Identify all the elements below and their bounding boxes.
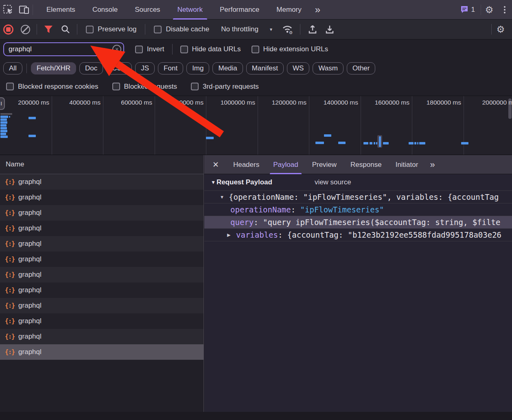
- waterfall-bar: [376, 142, 377, 144]
- payload-key: variables: [236, 230, 278, 239]
- payload-row-operation-name[interactable]: operationName: "ipFlowTimeseries": [204, 203, 512, 216]
- request-row[interactable]: {:}graphql: [0, 329, 203, 344]
- request-row[interactable]: {:}graphql: [0, 313, 203, 329]
- checkbox[interactable]: [191, 83, 199, 90]
- type-filter-img[interactable]: Img: [186, 62, 209, 74]
- checkbox[interactable]: [252, 46, 259, 53]
- divider: [145, 24, 145, 35]
- payload-root-row[interactable]: ▼ {operationName: "ipFlowTimeseries", va…: [204, 191, 512, 203]
- network-settings-gear-icon[interactable]: ⚙: [492, 20, 509, 39]
- tab-performance[interactable]: Performance: [211, 0, 268, 20]
- tab-sources[interactable]: Sources: [126, 0, 168, 20]
- tab-memory[interactable]: Memory: [268, 0, 310, 20]
- clear-network-log-icon[interactable]: [17, 20, 33, 39]
- type-filter-font[interactable]: Font: [158, 62, 183, 74]
- detail-tab-headers[interactable]: Headers: [226, 155, 266, 174]
- blocked-response-cookies-checkbox[interactable]: Blocked response cookies: [1, 83, 104, 91]
- fetch-xhr-icon: {:}: [5, 333, 15, 340]
- tab-network[interactable]: Network: [169, 0, 211, 20]
- type-filter-js[interactable]: JS: [135, 62, 155, 74]
- filter-funnel-icon[interactable]: [40, 20, 57, 39]
- waterfall-bar: [374, 142, 375, 144]
- request-row[interactable]: {:}graphql: [0, 221, 203, 236]
- device-toolbar-icon[interactable]: [16, 0, 33, 20]
- checkbox[interactable]: [6, 83, 14, 90]
- checkbox-label: Blocked response cookies: [18, 83, 98, 91]
- 3rd-party-requests-checkbox[interactable]: 3rd-party requests: [186, 83, 264, 91]
- kebab-menu-icon[interactable]: [497, 6, 512, 13]
- import-har-icon[interactable]: [304, 20, 321, 39]
- request-row[interactable]: {:}graphql: [0, 252, 203, 267]
- request-row[interactable]: {:}graphql: [0, 174, 203, 190]
- hide-extension-urls-checkbox[interactable]: Hide extension URLs: [246, 45, 334, 53]
- request-type-filters: AllFetch/XHRDocCSSJSFontImgMediaManifest…: [0, 59, 512, 77]
- checkbox[interactable]: [135, 46, 143, 53]
- request-row[interactable]: {:}graphql: [0, 282, 203, 298]
- close-icon[interactable]: ✕: [204, 160, 226, 169]
- waterfall-bar: [414, 142, 416, 144]
- expander-icon[interactable]: ▶: [227, 229, 230, 241]
- request-row[interactable]: {:}graphql: [0, 236, 203, 252]
- export-har-icon[interactable]: [322, 20, 338, 39]
- type-filter-ws[interactable]: WS: [287, 62, 309, 74]
- detail-tab-initiator[interactable]: Initiator: [389, 155, 425, 174]
- timeline-left-pill: I: [0, 97, 5, 110]
- more-tabs-icon[interactable]: »: [310, 0, 325, 20]
- view-source-link[interactable]: view source: [315, 178, 351, 186]
- request-row[interactable]: {:}graphql: [0, 344, 203, 360]
- type-filter-manifest[interactable]: Manifest: [246, 62, 284, 74]
- settings-gear-icon[interactable]: ⚙: [481, 0, 497, 20]
- request-row[interactable]: {:}graphql: [0, 190, 203, 205]
- network-overview-timeline[interactable]: I 200000 ms400000 ms600000 ms800000 ms10…: [0, 96, 512, 155]
- search-icon[interactable]: [57, 20, 74, 39]
- tab-elements[interactable]: Elements: [38, 0, 84, 20]
- requests-panel: Name {:}graphql{:}graphql{:}graphql{:}gr…: [0, 155, 204, 420]
- preserve-log-checkbox[interactable]: Preserve log: [81, 25, 142, 33]
- detail-tab-payload[interactable]: Payload: [266, 155, 305, 174]
- throttling-dropdown[interactable]: No throttling ▼: [215, 25, 279, 33]
- invert-checkbox[interactable]: Invert: [130, 45, 170, 53]
- payload-row-variables[interactable]: ▶ variables: {accountTag: "b12e3b2192ee5…: [204, 229, 512, 241]
- checkbox[interactable]: [154, 26, 162, 33]
- type-filter-other[interactable]: Other: [347, 62, 376, 74]
- timeline-gridline: [155, 96, 155, 155]
- request-name: graphql: [18, 240, 42, 248]
- type-filter-css[interactable]: CSS: [106, 62, 132, 74]
- network-conditions-icon[interactable]: ⚙: [280, 20, 296, 39]
- issues-counter[interactable]: 1: [455, 6, 481, 14]
- waterfall-bar: [206, 137, 214, 139]
- record-network-log-button[interactable]: [0, 20, 16, 39]
- detail-tab-response[interactable]: Response: [344, 155, 389, 174]
- checkbox[interactable]: [86, 26, 94, 33]
- tab-console[interactable]: Console: [84, 0, 126, 20]
- hide-extension-urls-label: Hide extension URLs: [263, 45, 328, 53]
- request-row[interactable]: {:}graphql: [0, 298, 203, 313]
- blocked-requests-checkbox[interactable]: Blocked requests: [107, 83, 182, 91]
- throttling-value: No throttling: [221, 25, 258, 33]
- type-filter-fetch-xhr[interactable]: Fetch/XHR: [31, 62, 76, 74]
- filter-input[interactable]: graphql ✕: [3, 42, 124, 56]
- timeline-gridline: [52, 96, 52, 155]
- type-filter-wasm[interactable]: Wasm: [313, 62, 344, 74]
- request-name: graphql: [18, 332, 42, 341]
- clear-filter-icon[interactable]: ✕: [112, 45, 121, 54]
- type-filter-all[interactable]: All: [3, 62, 22, 74]
- timeline-tick-label: 1000000 ms: [221, 99, 255, 106]
- disable-cache-checkbox[interactable]: Disable cache: [149, 25, 214, 33]
- collapse-triangle-icon[interactable]: ▼: [211, 179, 216, 185]
- detail-tab-preview[interactable]: Preview: [305, 155, 344, 174]
- more-detail-tabs-icon[interactable]: »: [425, 155, 440, 174]
- inspect-element-icon[interactable]: [0, 0, 16, 20]
- hide-data-urls-checkbox[interactable]: Hide data URLs: [175, 45, 246, 53]
- checkbox[interactable]: [112, 83, 120, 90]
- name-column-header[interactable]: Name: [0, 155, 203, 174]
- type-filter-doc[interactable]: Doc: [79, 62, 103, 74]
- type-filter-media[interactable]: Media: [212, 62, 243, 74]
- detail-tab-bar: ✕ HeadersPayloadPreviewResponseInitiator…: [204, 155, 512, 174]
- payload-row-query[interactable]: query: "query ipFlowTimeseries($accountT…: [204, 216, 512, 229]
- request-row[interactable]: {:}graphql: [0, 205, 203, 221]
- request-row[interactable]: {:}graphql: [0, 267, 203, 282]
- expander-icon[interactable]: ▼: [220, 191, 224, 203]
- devtools-tab-bar: ElementsConsoleSourcesNetworkPerformance…: [0, 0, 512, 20]
- checkbox[interactable]: [180, 46, 188, 53]
